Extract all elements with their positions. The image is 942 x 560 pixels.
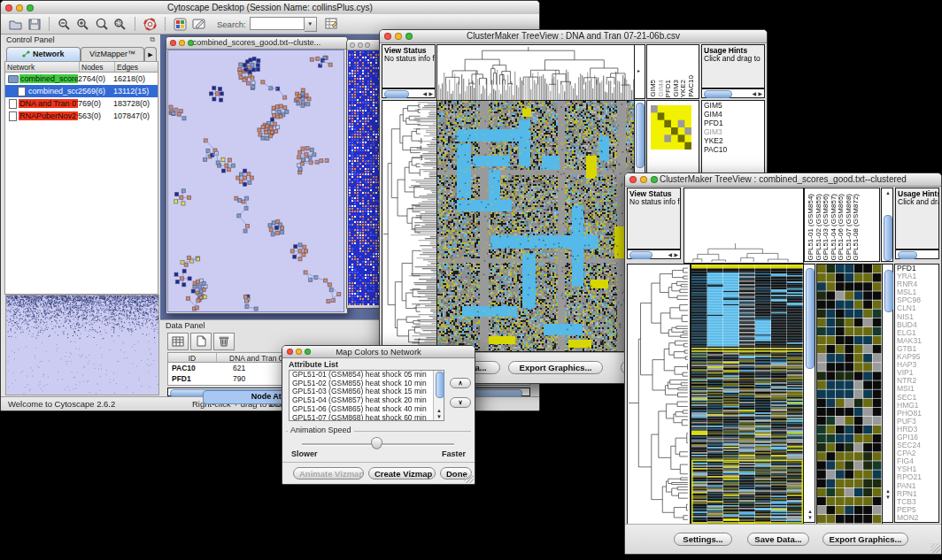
zoom-window-icon[interactable] bbox=[27, 4, 34, 12]
tv2-status-hscrollbar[interactable]: ◀ ▶ bbox=[627, 249, 681, 259]
scrollbar-thumb[interactable] bbox=[629, 251, 652, 259]
cytoscape-titlebar[interactable]: Cytoscape Desktop (Session Name: collins… bbox=[1, 1, 539, 15]
scroll-up-icon[interactable]: ▲ bbox=[885, 488, 891, 494]
scroll-down-icon[interactable]: ▼ bbox=[807, 515, 813, 520]
scrollbar-thumb[interactable] bbox=[884, 215, 892, 261]
zoom-window-icon[interactable] bbox=[405, 33, 413, 40]
new-attribute-icon[interactable] bbox=[190, 333, 212, 350]
attribute-list[interactable]: GPL51-01 (GSM854) heat shock 05 minGPL51… bbox=[289, 370, 444, 421]
network-table-row[interactable]: combined_scores2764(0)16218(0) bbox=[5, 73, 158, 85]
tv2-genelist-vscrollbar[interactable]: ▲ ▼ bbox=[882, 264, 893, 523]
tab-network[interactable]: Network bbox=[6, 47, 81, 61]
close-icon[interactable] bbox=[629, 176, 637, 183]
create-vizmap-button[interactable]: Create Vizmap bbox=[368, 467, 436, 479]
scroll-up-icon[interactable]: ▲ bbox=[436, 408, 442, 413]
save-icon[interactable] bbox=[27, 17, 42, 32]
minimize-icon[interactable] bbox=[640, 176, 647, 183]
close-icon[interactable] bbox=[5, 4, 12, 12]
close-icon[interactable] bbox=[384, 33, 391, 40]
settings-button[interactable]: Settings... bbox=[674, 533, 732, 546]
tv1-row-dendrogram[interactable] bbox=[382, 100, 437, 352]
network-canvas[interactable] bbox=[167, 50, 344, 312]
gene-list-item[interactable]: GIM3 bbox=[702, 127, 764, 136]
speed-slider-thumb[interactable] bbox=[371, 437, 382, 449]
scroll-up-icon[interactable]: ▲ bbox=[807, 509, 813, 514]
annotation-icon[interactable] bbox=[191, 17, 206, 32]
zoom-selected-icon[interactable] bbox=[112, 17, 127, 32]
scroll-left-icon[interactable]: ◀ bbox=[668, 252, 672, 257]
search-input[interactable] bbox=[250, 17, 305, 30]
resize-grip[interactable] bbox=[464, 473, 474, 483]
scrollbar-thumb[interactable] bbox=[898, 251, 917, 259]
float-panel-icon[interactable]: ⧉ bbox=[150, 35, 155, 44]
select-attributes-icon[interactable] bbox=[167, 333, 189, 350]
tv1-zoom-submatrix[interactable] bbox=[651, 105, 691, 150]
tv1-heatmap[interactable] bbox=[436, 100, 635, 352]
tv2-heat-vscrollbar[interactable]: ▲ ▼ bbox=[803, 264, 815, 523]
network-canvas-2[interactable] bbox=[348, 50, 382, 305]
tv1-status-hscrollbar[interactable]: ◀ ▶ bbox=[382, 88, 436, 98]
tv2-labels-vscrollbar[interactable]: ▲ bbox=[881, 188, 893, 262]
network-view-window[interactable]: combined_scores_good.txt--cluste... bbox=[166, 36, 348, 314]
search-combobox[interactable]: ▼ bbox=[250, 17, 317, 32]
network-table-row[interactable]: DNA and Tran 07769(0)183728(0) bbox=[5, 97, 158, 110]
treeview2-window[interactable]: ClusterMaker TreeView : combined_scores_… bbox=[624, 173, 942, 555]
help-lifering-icon[interactable] bbox=[143, 17, 158, 32]
gene-list-item[interactable]: GIM4 bbox=[702, 110, 764, 119]
tv2-heatmap[interactable] bbox=[691, 264, 804, 525]
delete-attribute-trash-icon[interactable] bbox=[213, 333, 235, 350]
treeview1-titlebar[interactable]: ClusterMaker TreeView : DNA and Tran 07-… bbox=[380, 30, 767, 43]
tv1-hints-hscrollbar[interactable]: ◀ ▶ bbox=[701, 88, 765, 98]
vizmapper-icon[interactable] bbox=[173, 17, 188, 32]
zoom-window-icon[interactable] bbox=[188, 40, 194, 46]
gene-list-item[interactable]: YKE2 bbox=[702, 136, 764, 145]
scrollbar-thumb[interactable] bbox=[884, 270, 893, 312]
tv2-row-dendrogram[interactable] bbox=[627, 264, 691, 525]
search-dropdown-icon[interactable]: ▼ bbox=[305, 17, 317, 32]
close-icon[interactable] bbox=[170, 40, 176, 46]
scroll-down-icon[interactable]: ▼ bbox=[436, 414, 442, 419]
zoom-out-icon[interactable] bbox=[57, 17, 72, 32]
export-graphics-button[interactable]: Export Graphics... bbox=[508, 361, 603, 374]
minimize-icon[interactable] bbox=[179, 40, 185, 46]
scroll-right-icon[interactable]: ▸ bbox=[637, 68, 640, 73]
open-folder-icon[interactable] bbox=[8, 17, 23, 32]
gene-list-item[interactable]: PAC10 bbox=[702, 145, 764, 154]
treeview2-titlebar[interactable]: ClusterMaker TreeView : combined_scores_… bbox=[625, 173, 941, 187]
export-graphics-button[interactable]: Export Graphics... bbox=[822, 533, 908, 546]
minimize-icon[interactable] bbox=[296, 349, 302, 355]
network-table-row[interactable]: RNAPuberNov2+563(0)107847(0) bbox=[5, 110, 158, 122]
map-colors-dialog[interactable]: Map Colors to Network Attribute List GPL… bbox=[282, 345, 475, 485]
tv2-gene-list[interactable]: PFD1YRA1RNR4MSL1SPC98CLN1NIS1BUD4ELG1MAK… bbox=[894, 264, 939, 523]
zoom-fit-icon[interactable] bbox=[94, 17, 109, 32]
minimize-icon[interactable] bbox=[395, 33, 402, 40]
zoom-window-icon[interactable] bbox=[305, 349, 311, 355]
tv1-column-dendrogram[interactable] bbox=[436, 44, 635, 101]
scroll-right-icon[interactable]: ▶ bbox=[429, 91, 433, 96]
tab-overflow-arrow-icon[interactable]: ▶ bbox=[144, 47, 157, 61]
gene-list-item[interactable]: GIM5 bbox=[702, 101, 764, 110]
minimize-icon[interactable] bbox=[358, 42, 363, 48]
scroll-left-icon[interactable]: ◀ bbox=[422, 91, 427, 96]
scroll-right-icon[interactable]: ▶ bbox=[758, 91, 762, 96]
resize-grip[interactable] bbox=[930, 543, 940, 553]
save-data-button[interactable]: Save Data... bbox=[747, 533, 809, 546]
attribute-list-item[interactable]: GPL51-07 (GSM868) heat shock 60 min bbox=[290, 414, 444, 421]
scroll-up-icon[interactable]: ▲ bbox=[885, 190, 891, 196]
minimize-icon[interactable] bbox=[16, 4, 23, 12]
dialog-titlebar[interactable]: Map Colors to Network bbox=[282, 346, 475, 358]
attribute-table-icon[interactable] bbox=[324, 17, 339, 32]
tv2-zoom-submatrix[interactable] bbox=[816, 264, 883, 525]
close-icon[interactable] bbox=[287, 349, 293, 355]
attribute-list-scrollbar[interactable]: ▲ ▼ bbox=[433, 371, 444, 420]
scroll-left-icon[interactable]: ◀ bbox=[752, 91, 756, 96]
tab-vizmapper[interactable]: VizMapper™ bbox=[81, 47, 144, 61]
scrollbar-thumb[interactable] bbox=[636, 103, 645, 168]
tv2-hints-hscrollbar[interactable] bbox=[895, 249, 939, 259]
gene-list-item[interactable]: PFD1 bbox=[702, 119, 764, 127]
scroll-right-icon[interactable]: ▶ bbox=[674, 252, 678, 257]
animate-vizmap-button[interactable]: Animate Vizmap bbox=[293, 467, 364, 479]
tv2-column-dendrogram[interactable] bbox=[683, 188, 804, 264]
birdseye-view[interactable] bbox=[5, 295, 159, 395]
zoom-window-icon[interactable] bbox=[651, 176, 658, 183]
